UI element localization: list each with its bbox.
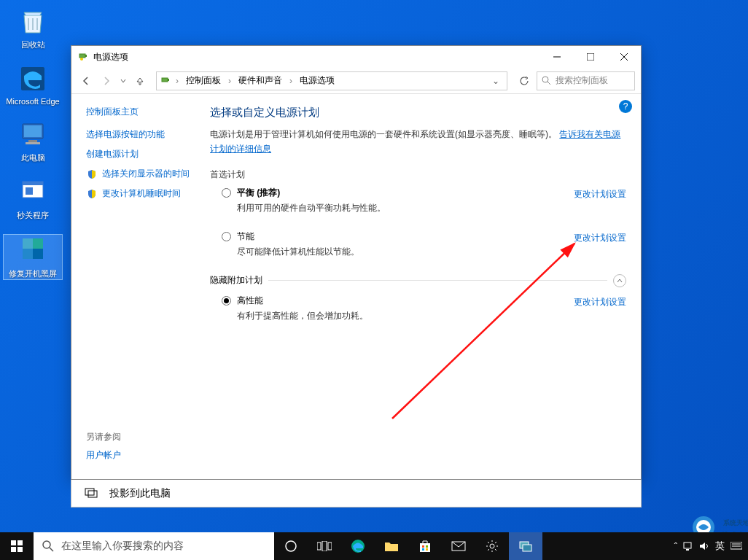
tray-keyboard-icon[interactable] xyxy=(731,542,742,551)
desktop-icons: 回收站 Microsoft Edge 此电脑 秒关程序 修复开机黑屏 xyxy=(0,0,66,299)
search-icon xyxy=(542,76,551,85)
search-box[interactable]: 搜索控制面板 xyxy=(537,71,635,90)
svg-rect-24 xyxy=(85,489,94,495)
svg-rect-11 xyxy=(33,249,43,259)
hidden-plans-header: 隐藏附加计划 xyxy=(210,274,626,287)
settings-row-project[interactable]: 投影到此电脑 xyxy=(71,480,642,508)
repair-icon xyxy=(17,235,48,265)
svg-rect-8 xyxy=(23,238,33,249)
plan-name: 平衡 (推荐) xyxy=(237,187,574,199)
sidebar-link-sleep-time[interactable]: 更改计算机睡眠时间 xyxy=(86,187,201,200)
start-button[interactable] xyxy=(0,532,34,560)
recycle-bin-icon xyxy=(17,6,48,36)
desktop-icon-repair[interactable]: 修复开机黑屏 xyxy=(3,234,63,280)
sidebar-link-label: 选择关闭显示器的时间 xyxy=(102,168,190,180)
chevron-right-icon: › xyxy=(287,76,295,86)
preferred-plans-label: 首选计划 xyxy=(210,168,626,181)
desktop-icon-label: 修复开机黑屏 xyxy=(9,268,57,279)
taskbar-mail[interactable] xyxy=(442,532,475,560)
desktop-icon-label: 回收站 xyxy=(21,39,45,50)
svg-point-36 xyxy=(286,541,296,551)
change-plan-settings-link[interactable]: 更改计划设置 xyxy=(574,296,626,308)
taskview-button[interactable] xyxy=(308,532,341,560)
recent-button[interactable] xyxy=(118,72,128,90)
plan-description: 尽可能降低计算机性能以节能。 xyxy=(237,246,574,258)
change-plan-settings-link[interactable]: 更改计划设置 xyxy=(574,232,626,244)
svg-rect-25 xyxy=(88,491,97,497)
sidebar-link-label: 更改计算机睡眠时间 xyxy=(102,187,181,200)
svg-rect-19 xyxy=(162,78,168,82)
tray-ime[interactable]: 英 xyxy=(715,540,725,553)
svg-point-21 xyxy=(542,77,548,82)
desktop-icon-kill-app[interactable]: 秒关程序 xyxy=(3,176,63,221)
taskbar-explorer[interactable] xyxy=(375,532,408,560)
taskbar-control-panel[interactable] xyxy=(509,532,542,560)
svg-rect-38 xyxy=(322,541,327,551)
chevron-down-icon[interactable]: ⌄ xyxy=(488,76,504,86)
svg-rect-32 xyxy=(11,547,16,552)
control-panel-window: 电源选项 › 控制面板 › 硬件和声音 › 电源选项 ⌄ 搜索控制面板 ? 控制… xyxy=(71,45,642,480)
svg-rect-42 xyxy=(422,545,424,548)
sidebar-link-display-off[interactable]: 选择关闭显示器的时间 xyxy=(86,168,201,180)
tray-network-icon[interactable] xyxy=(683,542,693,551)
svg-rect-44 xyxy=(422,548,424,551)
radio-high-performance[interactable] xyxy=(222,296,231,306)
taskbar-search[interactable]: 在这里输入你要搜索的内容 xyxy=(34,532,274,560)
taskbar-settings[interactable] xyxy=(475,532,509,560)
svg-rect-20 xyxy=(168,79,169,81)
breadcrumb-item[interactable]: 电源选项 xyxy=(297,73,338,88)
close-button[interactable] xyxy=(607,46,641,68)
sidebar: 控制面板主页 选择电源按钮的功能 创建电源计划 选择关闭显示器的时间 更改计算机… xyxy=(71,94,210,479)
radio-power-saver[interactable] xyxy=(222,232,231,241)
desktop-icon-this-pc[interactable]: 此电脑 xyxy=(3,119,63,163)
maximize-button[interactable] xyxy=(574,46,607,68)
cortana-button[interactable] xyxy=(274,532,308,560)
desktop-icon-label: 此电脑 xyxy=(21,152,45,163)
taskbar-search-placeholder: 在这里输入你要搜索的内容 xyxy=(61,540,184,553)
shield-icon xyxy=(86,168,98,180)
svg-text:系统天地: 系统天地 xyxy=(722,519,748,526)
desktop-icon-label: Microsoft Edge xyxy=(6,97,59,106)
svg-rect-7 xyxy=(26,187,33,195)
minimize-button[interactable] xyxy=(540,46,574,68)
plan-power-saver: 节能 尽可能降低计算机性能以节能。 更改计划设置 xyxy=(210,230,626,261)
tray-volume-icon[interactable] xyxy=(699,542,709,551)
svg-rect-39 xyxy=(328,542,332,550)
sidebar-link-user-accounts[interactable]: 用户帐户 xyxy=(86,449,121,462)
forward-button[interactable] xyxy=(98,72,115,90)
refresh-button[interactable] xyxy=(515,71,534,90)
divider xyxy=(268,280,607,281)
back-button[interactable] xyxy=(77,72,95,90)
breadcrumb-item[interactable]: 硬件和声音 xyxy=(235,73,285,88)
tray-chevron-up-icon[interactable]: ˆ xyxy=(674,541,677,552)
taskbar-store[interactable] xyxy=(408,532,442,560)
plan-description: 利用可用的硬件自动平衡功耗与性能。 xyxy=(237,202,574,214)
taskbar-edge[interactable] xyxy=(341,532,375,560)
breadcrumb-item[interactable]: 控制面板 xyxy=(183,73,224,88)
control-panel-home-link[interactable]: 控制面板主页 xyxy=(86,106,201,118)
svg-rect-41 xyxy=(420,543,430,552)
svg-rect-45 xyxy=(426,548,428,551)
svg-rect-16 xyxy=(587,53,594,61)
power-options-icon xyxy=(77,51,89,63)
sidebar-link-create-plan[interactable]: 创建电源计划 xyxy=(86,148,201,160)
collapse-button[interactable] xyxy=(613,274,626,287)
svg-point-47 xyxy=(490,544,494,548)
up-button[interactable] xyxy=(131,72,149,90)
svg-line-23 xyxy=(392,244,574,419)
desktop-icon-recycle-bin[interactable]: 回收站 xyxy=(3,6,63,50)
windows-icon xyxy=(11,540,23,552)
sidebar-link-power-button[interactable]: 选择电源按钮的功能 xyxy=(86,128,201,141)
desktop-icon-edge[interactable]: Microsoft Edge xyxy=(3,63,63,106)
window-title: 电源选项 xyxy=(93,51,540,63)
svg-point-34 xyxy=(43,541,50,548)
svg-rect-50 xyxy=(684,542,691,548)
svg-rect-13 xyxy=(85,55,87,57)
desktop-icon-label: 秒关程序 xyxy=(17,210,49,221)
plan-name: 高性能 xyxy=(237,295,574,307)
radio-balanced[interactable] xyxy=(222,188,231,198)
svg-rect-2 xyxy=(24,125,42,137)
change-plan-settings-link[interactable]: 更改计划设置 xyxy=(574,188,626,201)
breadcrumb[interactable]: › 控制面板 › 硬件和声音 › 电源选项 ⌄ xyxy=(156,71,507,90)
navbar: › 控制面板 › 硬件和声音 › 电源选项 ⌄ 搜索控制面板 xyxy=(71,68,641,94)
